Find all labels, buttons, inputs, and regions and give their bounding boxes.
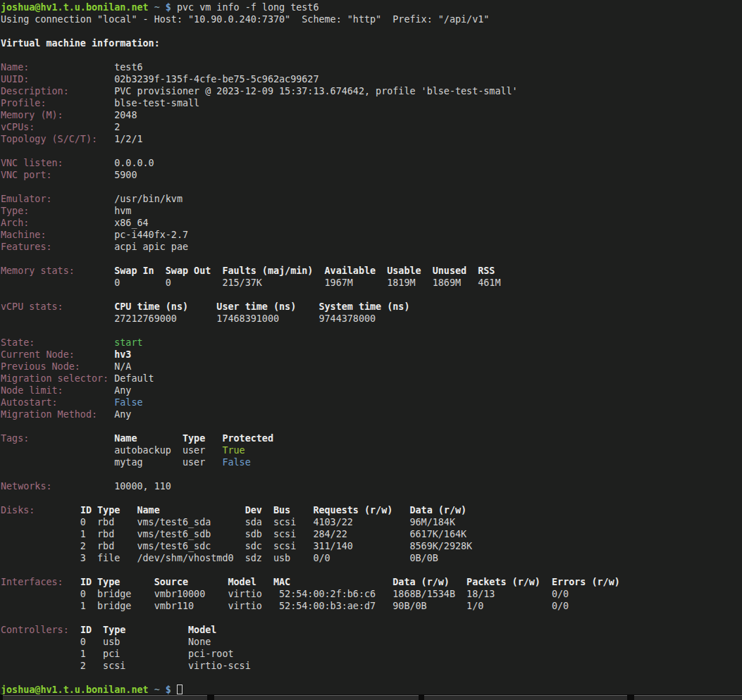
terminal-text-segment: ID Type Source Model MAC Data (r/w) Pack…: [80, 577, 620, 587]
terminal-text-segment: acpi apic pae: [52, 242, 188, 252]
terminal-screen[interactable]: joshua@hv1.t.u.bonilan.net ~ $ pvc vm in…: [0, 0, 742, 694]
terminal-line: Interfaces: ID Type Source Model MAC Dat…: [1, 576, 742, 588]
terminal-text-segment: [75, 265, 114, 276]
terminal-line: [1, 492, 742, 504]
terminal-text-segment: $: [166, 2, 171, 13]
terminal-text-segment: 0 bridge vmbr10000 virtio 52:54:00:2f:b6…: [1, 589, 569, 599]
terminal-text-segment: State:: [1, 337, 35, 348]
terminal-line: Virtual machine information:: [1, 37, 742, 49]
terminal-text-segment: [75, 349, 114, 360]
terminal-text-segment: Memory (M):: [1, 110, 63, 120]
terminal-line: 1 rbd vms/test6_sdb sdb scsi 284/22 6617…: [1, 528, 742, 540]
terminal-line: [1, 672, 742, 684]
terminal-text-segment: Features:: [1, 242, 52, 252]
terminal-text-segment: 3 file /dev/shm/vhostmd0 sdz usb 0/0 0B/…: [1, 553, 438, 563]
terminal-line: Emulator: /usr/bin/kvm: [1, 193, 742, 205]
terminal-text-segment: Autostart:: [1, 397, 58, 408]
terminal-text-segment: start: [114, 337, 142, 348]
terminal-text-segment: /usr/bin/kvm: [52, 194, 183, 204]
terminal-line: 2 rbd vms/test6_sdc sdc scsi 311/140 856…: [1, 540, 742, 552]
terminal-line: VNC port: 5900: [1, 169, 742, 181]
terminal-line: 0 0 215/37K 1967M 1819M 1869M 461M: [1, 277, 742, 289]
terminal-text-segment: pc-i440fx-2.7: [47, 230, 189, 240]
terminal-text-segment: Default: [109, 373, 154, 384]
terminal-text-segment: pvc vm info -f long test6: [171, 2, 319, 13]
terminal-line: Controllers: ID Type Model: [1, 624, 742, 636]
terminal-text-segment: 2: [35, 122, 120, 132]
terminal-line: [1, 181, 742, 193]
terminal-text-segment: Virtual machine information:: [1, 38, 160, 49]
terminal-text-segment: [29, 433, 114, 444]
terminal-line: VNC listen: 0.0.0.0: [1, 157, 742, 169]
terminal-text-segment: N/A: [80, 361, 132, 372]
terminal-line: [1, 49, 742, 61]
terminal-text-segment: Disks:: [1, 505, 35, 515]
terminal-text-segment: blse-test-small: [47, 98, 200, 108]
terminal-line: Memory stats: Swap In Swap Out Faults (m…: [1, 265, 742, 277]
terminal-text-segment: 10000, 110: [52, 481, 171, 492]
taskbar-window-tab[interactable]: [424, 695, 627, 700]
terminal-line: 0 rbd vms/test6_sda sda scsi 4103/22 96M…: [1, 516, 742, 528]
terminal-text-segment: 0 usb None: [1, 637, 211, 647]
terminal-line: [1, 420, 742, 432]
taskbar-strip: [0, 694, 742, 700]
terminal-line: [1, 468, 742, 480]
terminal-line: Migration selector: Default: [1, 373, 742, 385]
terminal-text-segment: ~: [154, 685, 160, 695]
terminal-text-segment: $: [166, 685, 171, 695]
terminal-text-segment: joshua@hv1.t.u.bonilan.net: [1, 2, 149, 13]
terminal-line: Topology (S/C/T): 1/2/1: [1, 133, 742, 145]
terminal-text-segment: UUID:: [1, 74, 29, 85]
terminal-text-segment: 02b3239f-135f-4cfe-be75-5c962ac99627: [29, 74, 319, 85]
terminal-line: Tags: Name Type Protected: [1, 432, 742, 444]
terminal-line: [1, 289, 742, 301]
terminal-text-segment: VNC port:: [1, 170, 52, 180]
terminal-line: [1, 145, 742, 157]
terminal-text-segment: CPU time (ns) User time (ns) System time…: [114, 301, 409, 312]
terminal-text-segment: test6: [29, 62, 142, 73]
terminal-line: Autostart: False: [1, 396, 742, 408]
terminal-text-segment: False: [114, 397, 142, 408]
terminal-text-segment: ~: [154, 2, 160, 13]
terminal-line: 1 pci pci-root: [1, 648, 742, 660]
taskbar-window-tab[interactable]: [3, 695, 207, 700]
terminal-text-segment: Controllers:: [1, 625, 69, 635]
terminal-text-segment: [160, 2, 166, 13]
terminal-text-segment: Emulator:: [1, 194, 52, 204]
terminal-text-segment: [69, 625, 80, 635]
terminal-text-segment: Migration selector:: [1, 373, 109, 384]
terminal-line: 3 file /dev/shm/vhostmd0 sdz usb 0/0 0B/…: [1, 552, 742, 564]
terminal-text-segment: vCPUs:: [1, 122, 35, 132]
terminal-text-segment: [35, 337, 114, 348]
terminal-text-segment: [63, 577, 80, 587]
terminal-text-segment: 5900: [52, 170, 137, 180]
terminal-text-segment: Any: [63, 385, 132, 396]
taskbar-window-tab[interactable]: [214, 695, 419, 700]
terminal-line: [1, 253, 742, 265]
terminal-line: UUID: 02b3239f-135f-4cfe-be75-5c962ac996…: [1, 73, 742, 85]
terminal-line: 2 scsi virtio-scsi: [1, 660, 742, 672]
terminal-text-segment: [63, 301, 115, 312]
terminal-line: State: start: [1, 337, 742, 349]
terminal-line: joshua@hv1.t.u.bonilan.net ~ $ pvc vm in…: [1, 1, 742, 13]
terminal-text-segment: Machine:: [1, 230, 47, 240]
terminal-text-segment: Memory stats:: [1, 265, 75, 276]
terminal-text-segment: 2048: [63, 110, 137, 120]
terminal-text-segment: 2 rbd vms/test6_sdc sdc scsi 311/140 856…: [1, 541, 472, 551]
terminal-text-segment: Name Type Protected: [114, 433, 273, 444]
terminal-line: 0 usb None: [1, 636, 742, 648]
terminal-line: [1, 325, 742, 337]
terminal-text-segment: PVC provisioner @ 2023-12-09 15:37:13.67…: [69, 86, 518, 96]
terminal-line: mytag user False: [1, 456, 742, 468]
terminal-text-segment: ID Type Name Dev Bus Requests (r/w) Data…: [80, 505, 466, 515]
terminal-text-segment: Profile:: [1, 98, 47, 108]
terminal-text-segment: hv3: [114, 349, 131, 360]
terminal-text-segment: ID Type Model: [80, 625, 216, 635]
terminal-text-segment: Interfaces:: [1, 577, 63, 587]
terminal-line: Profile: blse-test-small: [1, 97, 742, 109]
taskbar-window-tab[interactable]: [634, 695, 742, 700]
terminal-text-segment: Tags:: [1, 433, 29, 444]
terminal-line: vCPUs: 2: [1, 121, 742, 133]
terminal-line: Current Node: hv3: [1, 349, 742, 361]
terminal-text-segment: [149, 685, 154, 695]
